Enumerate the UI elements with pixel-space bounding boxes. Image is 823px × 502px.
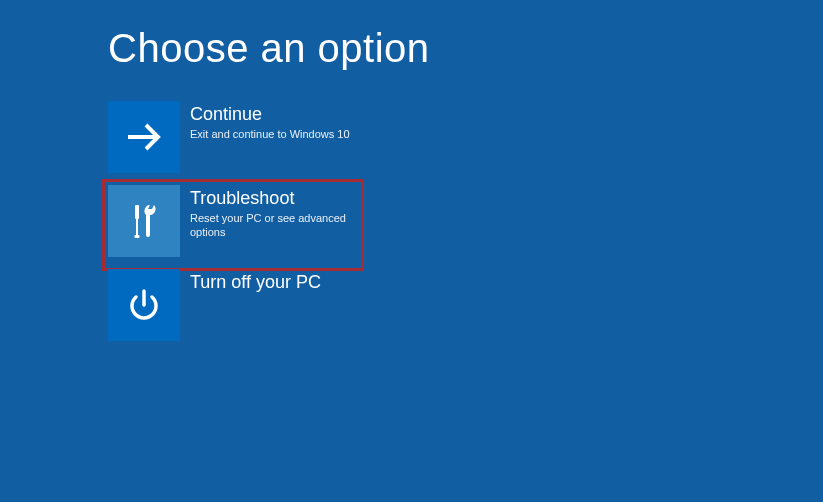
svg-rect-1 [135,205,139,219]
arrow-right-icon [108,101,180,173]
options-list: Continue Exit and continue to Windows 10… [108,101,823,341]
power-icon [108,269,180,341]
turnoff-title: Turn off your PC [190,271,321,293]
svg-rect-2 [136,219,138,235]
troubleshoot-title: Troubleshoot [190,187,368,209]
svg-rect-3 [135,235,140,238]
turnoff-option[interactable]: Turn off your PC [108,269,368,341]
tools-icon [108,185,180,257]
troubleshoot-option[interactable]: Troubleshoot Reset your PC or see advanc… [108,185,368,257]
continue-title: Continue [190,103,350,125]
page-title: Choose an option [108,26,823,71]
continue-subtitle: Exit and continue to Windows 10 [190,127,350,141]
troubleshoot-subtitle: Reset your PC or see advanced options [190,211,368,239]
continue-option[interactable]: Continue Exit and continue to Windows 10 [108,101,368,173]
